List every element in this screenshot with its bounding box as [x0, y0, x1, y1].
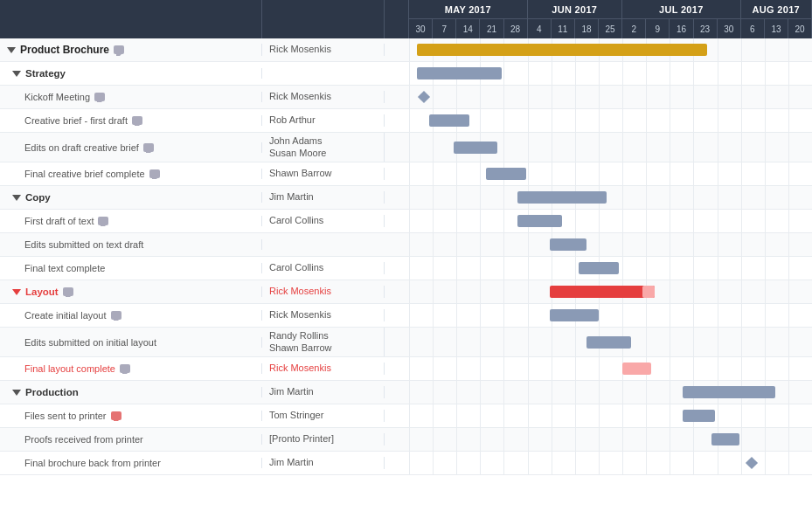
task-cell: Final layout complete	[0, 363, 262, 374]
day-cell: 23	[694, 19, 718, 38]
table-row: First draft of textCarol Collins	[0, 210, 812, 233]
responsible-name: Susan Moore	[269, 148, 377, 159]
responsible-cell: Tom Stringer	[262, 410, 385, 421]
responsible-name: Shawn Barrow	[269, 342, 377, 354]
gantt-bar[interactable]	[711, 433, 739, 445]
task-cell: Final brochure back from printer	[0, 458, 262, 468]
day-cell: 30	[718, 19, 741, 38]
chat-icon[interactable]	[63, 287, 73, 296]
gantt-bar[interactable]	[429, 114, 469, 127]
responsible-name: John Adams	[269, 135, 377, 147]
task-cell: Kickoff Meeting	[0, 92, 262, 102]
chart-cell	[409, 280, 812, 303]
gantt-bar[interactable]	[417, 67, 502, 79]
day-cell: 30	[409, 19, 433, 38]
task-cell: Final creative brief complete	[0, 169, 262, 179]
chat-icon[interactable]	[143, 143, 154, 152]
responsible-cell: Shawn Barrow	[262, 168, 385, 179]
table-row: Final layout completeRick Mosenkis	[0, 357, 812, 381]
table-row: Edits submitted on text draft	[0, 233, 812, 257]
chart-cell	[409, 86, 812, 108]
timeline-header: MAY 2017JUN 2017JUL 2017AUG 2017 3071421…	[409, 0, 812, 38]
day-cell: 2	[622, 19, 646, 38]
task-label: Production	[25, 387, 79, 397]
responsible-cell: Rick Mosenkis	[262, 44, 385, 55]
gantt-bar[interactable]	[517, 191, 606, 204]
task-label: Final creative brief complete	[24, 169, 145, 179]
header-task-col	[0, 0, 262, 38]
task-label: Proofs received from printer	[24, 434, 143, 445]
gantt-bar[interactable]	[486, 168, 526, 180]
triangle-down-icon[interactable]	[7, 47, 16, 53]
triangle-down-icon[interactable]	[12, 71, 21, 77]
gantt-bar[interactable]	[550, 238, 586, 251]
day-cell: 7	[433, 19, 456, 38]
chart-cell	[409, 428, 812, 451]
task-label: Kickoff Meeting	[24, 92, 90, 102]
task-cell: Create initial layout	[0, 310, 262, 321]
chat-icon[interactable]	[98, 217, 108, 225]
task-label: Layout	[25, 287, 59, 297]
gantt-chart: MAY 2017JUN 2017JUL 2017AUG 2017 3071421…	[0, 0, 812, 511]
day-cell: 18	[575, 19, 599, 38]
chat-icon[interactable]	[114, 45, 124, 54]
gantt-bar[interactable]	[550, 309, 598, 321]
chat-icon[interactable]	[111, 311, 121, 320]
chat-icon[interactable]	[120, 364, 130, 373]
chat-icon[interactable]	[149, 169, 160, 178]
chart-cell	[409, 257, 812, 280]
table-row: Create initial layoutRick Mosenkis	[0, 304, 812, 328]
month-cell: JUL 2017	[622, 0, 741, 18]
table-row: Edits submitted on initial layoutRandy R…	[0, 328, 812, 357]
chat-icon[interactable]	[94, 93, 105, 101]
task-label: Final text complete	[24, 263, 105, 273]
table-row: ProductionJim Martin	[0, 381, 812, 404]
header-responsible-col	[262, 0, 385, 38]
triangle-down-icon[interactable]	[12, 390, 21, 396]
task-cell: Layout	[0, 287, 262, 297]
gantt-bar[interactable]	[622, 363, 650, 375]
table-row: Proofs received from printer[Pronto Prin…	[0, 428, 812, 452]
gantt-bar[interactable]	[683, 386, 775, 398]
responsible-cell: Carol Collins	[262, 215, 385, 226]
task-label: Copy	[25, 192, 51, 203]
gantt-bar[interactable]	[586, 336, 631, 349]
nav-left-button[interactable]	[385, 0, 409, 38]
chat-icon[interactable]	[111, 411, 121, 420]
task-label: Files sent to printer	[24, 411, 107, 421]
table-row: Strategy	[0, 62, 812, 86]
chart-cell	[409, 304, 812, 327]
task-cell: Final text complete	[0, 263, 262, 273]
task-cell: Edits submitted on initial layout	[0, 337, 262, 348]
triangle-down-icon[interactable]	[12, 195, 21, 201]
chart-cell	[409, 162, 812, 185]
task-label: Edits on draft creative brief	[24, 142, 139, 153]
triangle-down-red-icon[interactable]	[12, 289, 21, 295]
gantt-bar[interactable]	[683, 410, 715, 422]
day-cell: 16	[670, 19, 693, 38]
task-cell: Product Brochure	[0, 44, 262, 56]
responsible-cell: John AdamsSusan Moore	[262, 133, 385, 162]
chart-cell	[409, 133, 812, 162]
task-cell: Strategy	[0, 68, 262, 79]
gantt-bar[interactable]	[517, 215, 562, 227]
gantt-bar[interactable]	[579, 262, 619, 274]
gantt-bar[interactable]	[454, 142, 498, 154]
day-cell: 6	[741, 19, 765, 38]
day-cell: 13	[765, 19, 788, 38]
responsible-cell: Jim Martin	[262, 457, 385, 468]
gantt-bar[interactable]	[550, 286, 655, 298]
gantt-bar[interactable]	[417, 44, 707, 56]
chart-cell	[409, 328, 812, 356]
day-cell: 28	[504, 19, 528, 38]
chart-cell	[409, 381, 812, 404]
month-cell: MAY 2017	[409, 0, 528, 18]
table-row: Final creative brief completeShawn Barro…	[0, 162, 812, 186]
responsible-cell: Rob Arthur	[262, 114, 385, 126]
month-cell: AUG 2017	[741, 0, 812, 18]
chart-cell	[409, 109, 812, 132]
chat-icon[interactable]	[132, 116, 142, 125]
day-cell: 21	[480, 19, 503, 38]
task-label: First draft of text	[24, 216, 94, 226]
month-cell: JUN 2017	[528, 0, 622, 18]
